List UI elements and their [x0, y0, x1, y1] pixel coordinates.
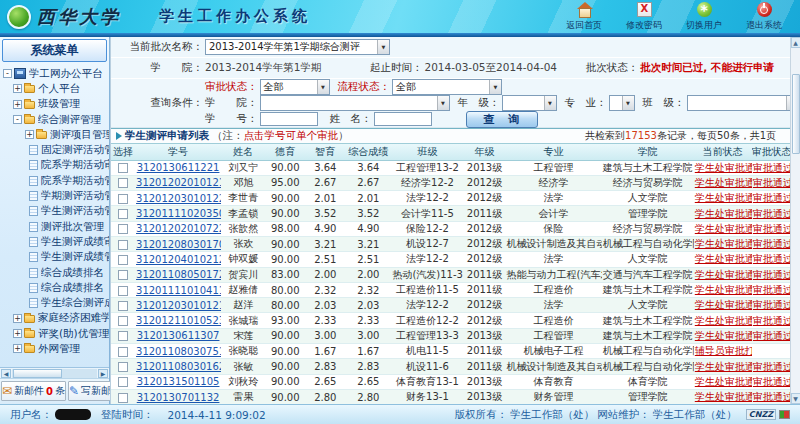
current-status-link[interactable]: 学生处审批通过: [695, 223, 752, 234]
sidebar-item[interactable]: +班级管理: [2, 97, 109, 112]
tree-expand-icon[interactable]: +: [13, 100, 22, 109]
switch-user-button[interactable]: 切换用户: [682, 2, 726, 32]
approve-status-link[interactable]: 审批通过: [753, 391, 790, 402]
row-checkbox[interactable]: [118, 286, 128, 296]
current-status-link[interactable]: 学生处审批通过: [695, 208, 752, 219]
current-status-link[interactable]: 学生处审批通过: [695, 269, 752, 280]
major-filter-select[interactable]: [609, 95, 635, 111]
student-id-link[interactable]: 312012110105233: [136, 315, 221, 326]
current-status-link[interactable]: 学生处审批通过: [695, 177, 752, 188]
current-status-link[interactable]: 学生处审批通过: [695, 315, 752, 326]
tree-expand-icon[interactable]: +: [13, 314, 22, 323]
sidebar-item[interactable]: +评奖(助)优管理: [2, 326, 109, 341]
sidebar-item[interactable]: +个人平台: [2, 81, 109, 96]
row-checkbox[interactable]: [118, 377, 128, 387]
current-status-link[interactable]: 学生处审批通过: [695, 330, 752, 341]
student-id-link[interactable]: 312011080501721: [136, 269, 221, 280]
student-id-link[interactable]: 3120131501105: [137, 376, 220, 387]
student-id-link[interactable]: 312011080301628: [136, 361, 221, 372]
sidebar-item[interactable]: 综合成绩排名（学年: [2, 280, 109, 295]
sidebar-item[interactable]: 学生测评成绩管理: [2, 250, 109, 265]
row-checkbox[interactable]: [118, 331, 128, 341]
scroll-down-icon[interactable]: ▼: [791, 393, 800, 404]
row-checkbox[interactable]: [118, 209, 128, 219]
home-button[interactable]: 返回首页: [562, 2, 606, 32]
sidebar-item[interactable]: 测评批次管理: [2, 219, 109, 234]
student-id-input[interactable]: [260, 112, 318, 126]
sidebar-item[interactable]: 学生测评成绩审核: [2, 234, 109, 249]
sidebar-item[interactable]: 院系学期活动审批: [2, 158, 109, 173]
current-status-link[interactable]: 学生处审批通过: [695, 391, 752, 402]
vscroll-thumb[interactable]: [792, 74, 800, 154]
row-checkbox[interactable]: [118, 270, 128, 280]
student-id-link[interactable]: 312012030101220: [136, 193, 221, 204]
current-status-link[interactable]: 学生处审批通过: [695, 361, 752, 372]
row-checkbox[interactable]: [118, 240, 128, 250]
sidebar-item[interactable]: -综合测评管理: [2, 112, 109, 127]
row-checkbox[interactable]: [118, 301, 128, 311]
tree-collapse-icon[interactable]: -: [3, 69, 12, 78]
sidebar-item[interactable]: +外网管理: [2, 341, 109, 356]
approve-status-link[interactable]: 审批通过: [753, 269, 790, 280]
hscroll-thumb[interactable]: [13, 369, 62, 378]
row-checkbox[interactable]: [118, 178, 128, 188]
tree-expand-icon[interactable]: +: [13, 344, 22, 353]
row-checkbox[interactable]: [118, 163, 128, 173]
approve-status-link[interactable]: 审批通过: [753, 315, 790, 326]
student-id-link[interactable]: 3120130701132: [137, 392, 220, 403]
row-checkbox[interactable]: [118, 194, 128, 204]
sidebar-item[interactable]: -学工网办公平台: [2, 66, 109, 81]
approve-status-link[interactable]: 审批通过: [753, 223, 790, 234]
batch-select[interactable]: 2013-2014学年第1学期综合测评: [205, 39, 390, 55]
flow-status-select[interactable]: 全部: [392, 79, 502, 95]
approve-status-link[interactable]: 审批通过: [753, 162, 790, 173]
student-id-link[interactable]: 312011080307519: [136, 346, 221, 357]
sidebar-item[interactable]: 院系学期活动管理: [2, 173, 109, 188]
row-checkbox[interactable]: [118, 224, 128, 234]
sidebar-item[interactable]: +家庭经济困难学生认定: [2, 311, 109, 326]
current-status-link[interactable]: 学生处审批通过: [695, 284, 752, 295]
sidebar-item[interactable]: 学生测评活动管理: [2, 204, 109, 219]
sidebar-horizontal-scrollbar[interactable]: ◀ ▶: [0, 368, 109, 379]
tree-expand-icon[interactable]: +: [13, 329, 22, 338]
approve-status-link[interactable]: 审批通过: [753, 208, 790, 219]
row-checkbox[interactable]: [118, 362, 128, 372]
hscroll-track[interactable]: [12, 369, 97, 378]
tree-expand-icon[interactable]: +: [13, 84, 22, 93]
student-id-link[interactable]: 312012020101210: [136, 177, 221, 188]
student-id-link[interactable]: 3120130611307: [137, 330, 220, 341]
logout-button[interactable]: 退出系统: [742, 2, 786, 32]
current-status-link[interactable]: 学生处审批通过: [695, 162, 752, 173]
sidebar-item[interactable]: 固定测评活动管理: [2, 142, 109, 157]
approve-status-link[interactable]: 审批通过: [753, 361, 790, 372]
current-status-link[interactable]: 辅导员审批打回: [695, 345, 752, 356]
student-id-link[interactable]: 312012030101219: [136, 300, 221, 311]
sidebar-item[interactable]: 综合成绩排名: [2, 265, 109, 280]
student-id-link[interactable]: 312011110203508: [136, 208, 221, 219]
student-name-input[interactable]: [374, 112, 432, 126]
vertical-scrollbar[interactable]: ▲ ▼: [790, 37, 800, 404]
scroll-up-icon[interactable]: ▲: [791, 37, 800, 48]
scroll-left-icon[interactable]: ◀: [1, 369, 11, 378]
row-checkbox[interactable]: [118, 393, 128, 403]
row-checkbox[interactable]: [118, 347, 128, 357]
approve-status-link[interactable]: 审批通过: [753, 253, 790, 264]
approve-status-link[interactable]: 审批通过: [753, 376, 790, 387]
current-status-link[interactable]: 学生处审批通过: [695, 192, 752, 203]
sidebar-item[interactable]: +测评项目管理: [2, 127, 109, 142]
tree-expand-icon[interactable]: +: [25, 130, 34, 139]
password-button[interactable]: 修改密码: [622, 2, 666, 32]
student-id-link[interactable]: 312011110104117: [136, 285, 221, 296]
approve-status-link[interactable]: 审批通过: [753, 330, 790, 341]
student-id-link[interactable]: 3120130611221: [137, 162, 220, 173]
sidebar-item[interactable]: 学生综合测评成绩: [2, 295, 109, 310]
student-id-link[interactable]: 312012080301704: [136, 239, 221, 250]
approve-status-link[interactable]: 审批通过: [753, 177, 790, 188]
grade-filter-select[interactable]: [502, 95, 557, 111]
student-id-link[interactable]: 312012020107227: [136, 223, 221, 234]
search-button[interactable]: 查 询: [466, 111, 538, 128]
college-filter-select[interactable]: [260, 95, 450, 111]
tree-collapse-icon[interactable]: -: [13, 115, 22, 124]
row-checkbox[interactable]: [118, 316, 128, 326]
scroll-right-icon[interactable]: ▶: [98, 369, 108, 378]
